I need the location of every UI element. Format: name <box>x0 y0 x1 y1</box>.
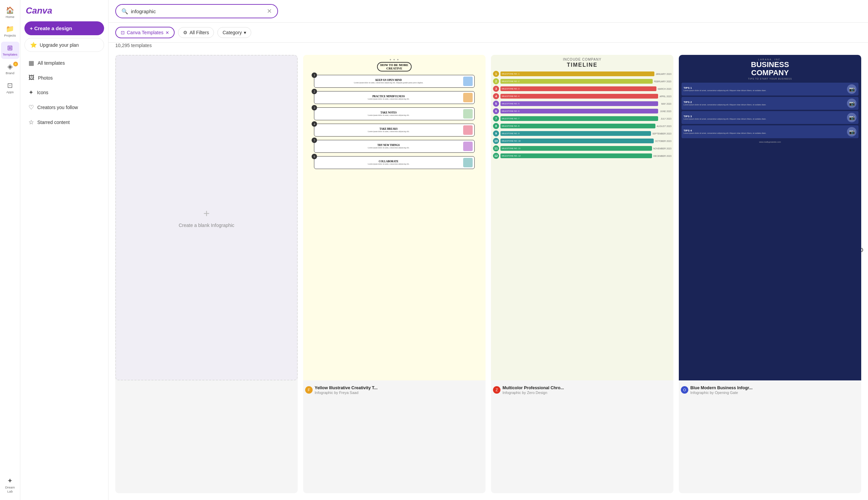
upgrade-plan-button[interactable]: ⭐ Upgrade your plan <box>24 38 104 52</box>
star-nav-icon: ☆ <box>29 118 34 126</box>
timeline-author-avatar: Z <box>493 386 500 394</box>
sidebar-item-home[interactable]: 🏠 Home <box>1 4 19 21</box>
sidebar-item-dreamlab[interactable]: ✦ Dream Lab <box>1 475 19 496</box>
nav-photos[interactable]: 🖼 Photos <box>24 71 104 85</box>
sidebar-label-apps: Apps <box>7 90 14 94</box>
timeline-card-title: Multicolor Professional Chro... <box>502 385 564 390</box>
sidebar-label-home: Home <box>6 15 14 19</box>
blank-card-label: Create a blank Infographic <box>173 223 240 228</box>
creativity-author-avatar: F <box>305 386 313 394</box>
creativity-card-title: Yellow Illustrative Creativity T... <box>315 385 378 390</box>
heart-icon: ♡ <box>29 104 34 111</box>
sidebar-item-templates[interactable]: ⊞ Templates <box>1 42 19 59</box>
timeline-preview-content: INCOUDE COMPANY TIMELINE 1 MILESTONE NO.… <box>491 55 674 380</box>
search-input[interactable] <box>131 9 264 14</box>
template-grid: + Create a blank Infographic ✦ ✦ ✦ HOW T… <box>109 51 868 500</box>
sidebar-label-projects: Projects <box>4 34 15 37</box>
business-website: www.reallygreatsite.com <box>681 141 858 143</box>
business-card-meta: O Blue Modern Business Infogr... Infogra… <box>679 380 861 396</box>
filter-close-button[interactable]: ✕ <box>166 30 169 35</box>
filter-bar: ⊡ Canva Templates ✕ ⚙ All Filters Catego… <box>109 23 868 43</box>
icons-icon: ✦ <box>29 89 34 96</box>
business-author: O Blue Modern Business Infogr... Infogra… <box>681 385 859 395</box>
all-filters-button[interactable]: ⚙ All Filters <box>178 27 214 38</box>
timeline-author: Z Multicolor Professional Chro... Infogr… <box>493 385 671 395</box>
canva-logo: Canva <box>24 5 104 16</box>
timeline-preview: INCOUDE COMPANY TIMELINE 1 MILESTONE NO.… <box>491 55 674 380</box>
creativity-preview: ✦ ✦ ✦ HOW TO BE MORECREATIVE 1 KEEP AN O… <box>303 55 486 380</box>
search-clear-button[interactable]: ✕ <box>267 8 272 15</box>
sliders-icon: ⚙ <box>183 30 188 35</box>
projects-icon: 📁 <box>6 25 14 32</box>
star-icon: ⭐ <box>30 42 37 48</box>
chevron-down-icon: ▾ <box>244 30 246 35</box>
sidebar-item-brand[interactable]: ◈ Brand ⭐ <box>1 60 19 78</box>
search-box: 🔍 ✕ <box>115 4 278 18</box>
sidebar-item-apps[interactable]: ⊡ Apps <box>1 79 19 96</box>
template-card-timeline[interactable]: INCOUDE COMPANY TIMELINE 1 MILESTONE NO.… <box>491 55 674 493</box>
brand-icon: ◈ <box>8 63 13 70</box>
blank-template-card[interactable]: + Create a blank Infographic <box>115 55 298 493</box>
nav-starred[interactable]: ☆ Starred content <box>24 115 104 129</box>
business-card-title: Blue Modern Business Infogr... <box>690 385 753 390</box>
template-filter-icon: ⊡ <box>121 30 125 35</box>
template-card-business[interactable]: LARANA, INC. BUSINESSCOMPANY TIPS TO STA… <box>679 55 861 493</box>
create-design-button[interactable]: + Create a design <box>24 21 104 35</box>
business-preview: LARANA, INC. BUSINESSCOMPANY TIPS TO STA… <box>679 55 861 380</box>
nav-creators-follow[interactable]: ♡ Creators you follow <box>24 100 104 114</box>
timeline-card-meta: Z Multicolor Professional Chro... Infogr… <box>491 380 674 396</box>
business-author-avatar: O <box>681 386 688 394</box>
sidebar-label-brand: Brand <box>6 71 14 75</box>
nav-all-templates[interactable]: ▦ All templates <box>24 56 104 70</box>
templates-icon: ⊞ <box>7 44 13 51</box>
nav-icons[interactable]: ✦ Icons <box>24 86 104 100</box>
plus-icon: + <box>203 207 210 220</box>
apps-icon: ⊡ <box>7 82 13 89</box>
canva-templates-filter[interactable]: ⊡ Canva Templates ✕ <box>115 27 175 38</box>
business-card-subtitle: Infographic by Opening Gate <box>690 390 753 395</box>
main-content: 🔍 ✕ ⚙ ⊡ Canva Templates ✕ ⚙ All Filters … <box>109 0 868 500</box>
results-count: 10,295 templates <box>109 43 868 51</box>
dreamlab-icon: ✦ <box>7 477 13 484</box>
left-panel: Canva + Create a design ⭐ Upgrade your p… <box>20 0 109 500</box>
sidebar-label-templates: Templates <box>3 53 17 56</box>
creativity-preview-content: ✦ ✦ ✦ HOW TO BE MORECREATIVE 1 KEEP AN O… <box>303 55 486 380</box>
business-preview-content: LARANA, INC. BUSINESSCOMPANY TIPS TO STA… <box>679 55 861 380</box>
photos-icon: 🖼 <box>29 74 35 81</box>
top-bar: 🔍 ✕ ⚙ <box>109 0 868 23</box>
creativity-card-subtitle: Infographic by Freya Saad <box>315 390 378 395</box>
all-templates-icon: ▦ <box>29 59 34 67</box>
search-icon: 🔍 <box>121 8 128 14</box>
sidebar-label-dreamlab: Dream Lab <box>3 486 17 493</box>
home-icon: 🏠 <box>6 7 14 13</box>
creativity-card-meta: F Yellow Illustrative Creativity T... In… <box>303 380 486 396</box>
blank-card-image: + Create a blank Infographic <box>115 55 298 380</box>
brand-badge: ⭐ <box>13 62 18 66</box>
category-filter-button[interactable]: Category ▾ <box>217 27 251 38</box>
template-card-creativity[interactable]: ✦ ✦ ✦ HOW TO BE MORECREATIVE 1 KEEP AN O… <box>303 55 486 493</box>
sidebar: 🏠 Home 📁 Projects ⊞ Templates ◈ Brand ⭐ … <box>0 0 20 500</box>
creativity-author: F Yellow Illustrative Creativity T... In… <box>305 385 483 395</box>
sidebar-item-projects[interactable]: 📁 Projects <box>1 23 19 40</box>
timeline-card-subtitle: Infographic by Zero Design <box>502 390 564 395</box>
left-nav: ▦ All templates 🖼 Photos ✦ Icons ♡ Creat… <box>24 56 104 129</box>
